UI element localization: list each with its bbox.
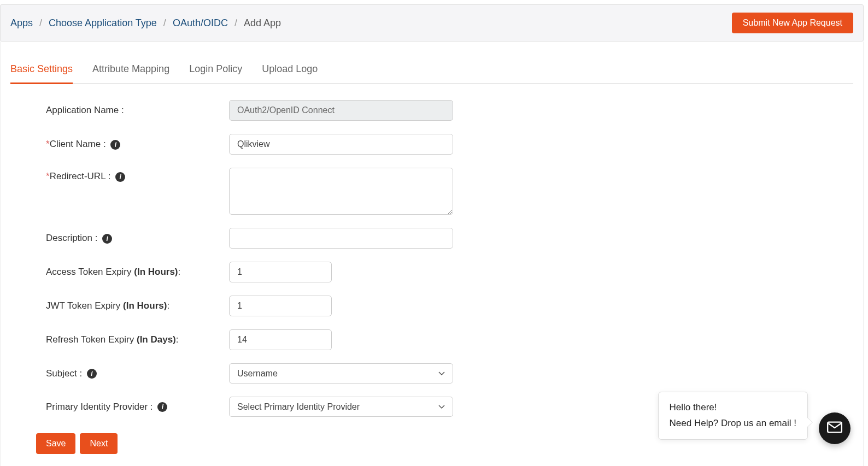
client-name-label: *Client Name : i	[46, 139, 229, 150]
refresh-token-expiry-input[interactable]	[229, 329, 332, 350]
info-icon[interactable]: i	[157, 402, 167, 412]
submit-new-app-request-button[interactable]: Submit New App Request	[732, 13, 853, 33]
next-button[interactable]: Next	[80, 433, 118, 454]
breadcrumb-sep: /	[234, 17, 237, 29]
tab-upload-logo[interactable]: Upload Logo	[262, 63, 318, 84]
breadcrumb-apps[interactable]: Apps	[10, 17, 33, 29]
breadcrumb-choose-app-type[interactable]: Choose Application Type	[49, 17, 157, 29]
chat-fab-button[interactable]	[819, 412, 851, 444]
application-name-label: Application Name :	[46, 105, 229, 116]
tab-login-policy[interactable]: Login Policy	[189, 63, 242, 84]
chat-greeting: Hello there!	[670, 400, 796, 416]
primary-idp-select[interactable]: Select Primary Identity Provider	[229, 397, 453, 417]
access-token-expiry-label: Access Token Expiry (In Hours):	[46, 267, 229, 278]
description-label: Description : i	[46, 233, 229, 244]
info-icon[interactable]: i	[115, 172, 125, 182]
access-token-expiry-input[interactable]	[229, 262, 332, 282]
client-name-input[interactable]	[229, 134, 453, 155]
jwt-token-expiry-label: JWT Token Expiry (In Hours):	[46, 300, 229, 311]
breadcrumb: Apps / Choose Application Type / OAuth/O…	[10, 17, 281, 29]
breadcrumb-sep: /	[163, 17, 166, 29]
tab-basic-settings[interactable]: Basic Settings	[10, 63, 73, 84]
mail-icon	[827, 421, 842, 435]
save-button[interactable]: Save	[36, 433, 75, 454]
description-input[interactable]	[229, 228, 453, 249]
jwt-token-expiry-input[interactable]	[229, 296, 332, 316]
subject-label: Subject : i	[46, 368, 229, 379]
info-icon[interactable]: i	[87, 369, 97, 379]
tabs: Basic Settings Attribute Mapping Login P…	[10, 52, 853, 84]
chat-help-text: Need Help? Drop us an email !	[670, 416, 796, 432]
redirect-url-label: *Redirect-URL : i	[46, 168, 229, 182]
primary-idp-label: Primary Identity Provider : i	[46, 402, 229, 412]
refresh-token-expiry-label: Refresh Token Expiry (In Days):	[46, 334, 229, 345]
breadcrumb-bar: Apps / Choose Application Type / OAuth/O…	[0, 4, 864, 42]
tab-attribute-mapping[interactable]: Attribute Mapping	[92, 63, 169, 84]
breadcrumb-current: Add App	[244, 17, 281, 29]
info-icon[interactable]: i	[110, 140, 120, 150]
redirect-url-input[interactable]	[229, 168, 453, 215]
info-icon[interactable]: i	[102, 234, 112, 244]
chat-help-popup: Hello there! Need Help? Drop us an email…	[658, 392, 808, 440]
breadcrumb-sep: /	[39, 17, 42, 29]
breadcrumb-oauth-oidc[interactable]: OAuth/OIDC	[173, 17, 228, 29]
subject-select[interactable]: Username	[229, 363, 453, 384]
application-name-input	[229, 100, 453, 121]
